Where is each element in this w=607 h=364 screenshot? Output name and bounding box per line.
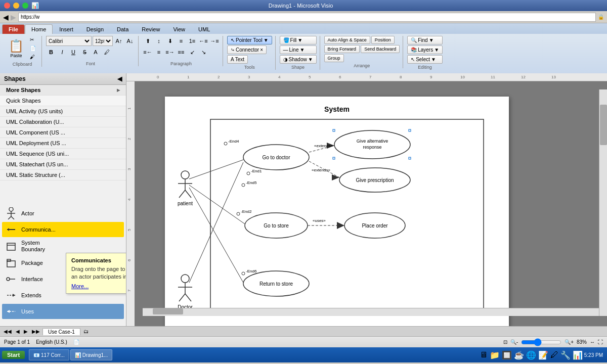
select-dropdown[interactable]: ▼: [431, 57, 436, 62]
fill-button[interactable]: 🪣 Fill ▼: [280, 36, 317, 44]
document-icon[interactable]: 📄: [73, 339, 79, 345]
font-size-select[interactable]: 12pt.: [93, 36, 113, 46]
tab-design[interactable]: Design: [80, 24, 110, 34]
connector-button[interactable]: ⤷ Connector ×: [227, 46, 267, 54]
horizontal-scrollbar-thumb[interactable]: [153, 308, 183, 314]
layers-dropdown[interactable]: ▼: [434, 47, 439, 53]
text-button[interactable]: A Text: [227, 55, 248, 64]
line-button[interactable]: — Line ▼: [280, 46, 317, 54]
cut-button[interactable]: ✂: [27, 36, 38, 43]
tab-home[interactable]: Home: [25, 24, 53, 34]
font-color-button[interactable]: A: [91, 47, 101, 57]
connector-close-icon[interactable]: ×: [260, 47, 263, 53]
select-button[interactable]: ↖ Select ▼: [407, 55, 443, 64]
fill-dropdown[interactable]: ▼: [297, 37, 302, 43]
line-dropdown[interactable]: ▼: [299, 47, 305, 53]
library-uml-component[interactable]: UML Component (US ...: [0, 127, 126, 138]
page-tab-usecase1[interactable]: Use Case-1: [42, 328, 80, 335]
ltr-button[interactable]: ↘: [198, 47, 208, 57]
fit-width-icon[interactable]: ↔: [590, 339, 595, 345]
shape-item-actor[interactable]: Actor: [2, 206, 124, 221]
zoom-out-icon[interactable]: 🔍-: [510, 339, 518, 345]
horizontal-scrollbar[interactable]: [143, 308, 599, 316]
forward-icon[interactable]: ▶: [11, 13, 16, 21]
tab-uml[interactable]: UML: [192, 24, 216, 34]
increase-indent-button[interactable]: →≡: [209, 36, 220, 46]
bullets-button[interactable]: ≡: [176, 36, 186, 46]
zoom-slider[interactable]: [521, 339, 561, 345]
library-uml-sequence[interactable]: UML Sequence (US uni...: [0, 149, 126, 159]
find-button[interactable]: 🔍 Find ▼: [407, 36, 443, 44]
prev-page-btn[interactable]: ◀: [14, 329, 21, 334]
tab-view[interactable]: View: [166, 24, 192, 34]
justify-button[interactable]: ≡≡: [176, 47, 186, 57]
shape-item-communicates[interactable]: Communica...: [2, 222, 124, 237]
rtl-button[interactable]: ↙: [187, 47, 197, 57]
tab-insert[interactable]: Insert: [53, 24, 80, 34]
tooltip-more-link[interactable]: More...: [71, 283, 126, 289]
canvas-scroll[interactable]: System patient: [135, 81, 607, 326]
fit-page-icon[interactable]: ⊡: [503, 339, 507, 345]
shape-item-system-boundary[interactable]: System Boundary: [2, 238, 124, 254]
grow-font-icon[interactable]: A↑: [114, 36, 124, 46]
auto-align-button[interactable]: Auto Align & Space: [324, 36, 370, 44]
shadow-button[interactable]: ◑ Shadow ▼: [280, 55, 317, 64]
send-backward-button[interactable]: Send Backward: [361, 45, 400, 53]
taskbar-item-0[interactable]: 📧 117 Corr...: [29, 349, 69, 360]
align-left-button[interactable]: ≡←: [143, 47, 153, 57]
position-button[interactable]: Position: [371, 36, 395, 44]
more-shapes-item[interactable]: More Shapes: [0, 85, 126, 96]
tab-file[interactable]: File: [2, 24, 25, 34]
collapse-icon[interactable]: ◀: [117, 75, 122, 82]
align-center-button[interactable]: ≡: [154, 47, 164, 57]
layers-button[interactable]: 📚 Layers ▼: [407, 46, 443, 54]
copy-button[interactable]: 📄: [27, 44, 38, 52]
library-uml-deployment[interactable]: UML Deployment (US ...: [0, 138, 126, 149]
align-right-button[interactable]: ≡→: [165, 47, 175, 57]
align-top-button[interactable]: ⬆: [143, 36, 153, 46]
group-button[interactable]: Group: [324, 54, 344, 62]
vertical-scrollbar[interactable]: [599, 89, 607, 316]
decrease-indent-button[interactable]: ←≡: [198, 36, 208, 46]
zoom-in-icon[interactable]: 🔍+: [565, 339, 574, 345]
prev-page-icon[interactable]: ◀◀: [2, 329, 13, 334]
taskbar-item-1[interactable]: 📊 Drawing1...: [70, 349, 113, 360]
italic-button[interactable]: I: [57, 47, 67, 57]
back-icon[interactable]: ◀: [3, 13, 9, 21]
align-bottom-button[interactable]: ⬇: [165, 36, 175, 46]
tab-data[interactable]: Data: [110, 24, 135, 34]
last-page-btn[interactable]: ▶▶: [30, 329, 41, 334]
next-page-btn[interactable]: ▶: [22, 329, 29, 334]
fullscreen-icon[interactable]: ⛶: [598, 339, 603, 345]
library-uml-statechart[interactable]: UML Statechart (US un...: [0, 159, 126, 170]
taskbar-app-icons: 🖥 📁 🔲 ☕ 🌐 📝 🖊 🔧 📊: [480, 350, 583, 360]
quick-shapes-item[interactable]: Quick Shapes: [0, 96, 126, 106]
pointer-dropdown-icon[interactable]: ▼: [264, 37, 269, 43]
shape-item-uses[interactable]: Uses: [2, 304, 124, 319]
bring-forward-button[interactable]: Bring Forward: [324, 45, 360, 53]
format-painter-button[interactable]: 🖌: [27, 53, 38, 61]
close-button[interactable]: [4, 3, 10, 9]
vertical-scrollbar-thumb[interactable]: [600, 105, 607, 145]
library-uml-collaboration[interactable]: UML Collaboration (U...: [0, 117, 126, 127]
maximize-button[interactable]: [22, 3, 28, 9]
paste-button[interactable]: 📋 Paste: [6, 37, 26, 60]
library-uml-static[interactable]: UML Static Structure (...: [0, 170, 126, 180]
tab-review[interactable]: Review: [135, 24, 166, 34]
align-middle-button[interactable]: ↕: [154, 36, 164, 46]
canvas-area[interactable]: 0 1 2 3 4 5 6 7 8 9 10 11 12 13 1 2: [126, 73, 607, 326]
start-button[interactable]: Start: [2, 351, 25, 359]
shrink-font-icon[interactable]: A↓: [125, 36, 135, 46]
font-family-select[interactable]: Calibri: [46, 36, 92, 46]
minimize-button[interactable]: [13, 3, 19, 9]
numbering-button[interactable]: 1≡: [187, 36, 197, 46]
page-icon[interactable]: 🗂: [83, 329, 89, 334]
find-dropdown[interactable]: ▼: [429, 37, 434, 43]
underline-button[interactable]: U: [68, 47, 78, 57]
highlight-button[interactable]: 🖊: [102, 47, 112, 57]
strikethrough-button[interactable]: S̶: [79, 47, 90, 57]
shadow-dropdown[interactable]: ▼: [308, 57, 313, 62]
pointer-tool-button[interactable]: ↖ Pointer Tool ▼: [227, 36, 272, 44]
library-uml-activity[interactable]: UML Activity (US units): [0, 106, 126, 117]
bold-button[interactable]: B: [46, 47, 56, 57]
